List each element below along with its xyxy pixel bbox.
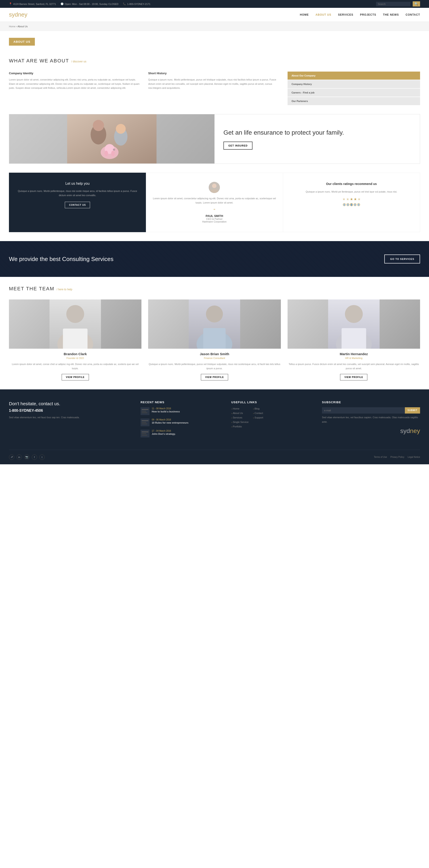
nav-services[interactable]: SERVICES [338,13,353,16]
legal-notice-link[interactable]: Legal Notice [407,456,420,458]
header: sydney HOME ABOUT US SERVICES PROJECTS T… [0,8,429,22]
team-member-1-role: Founder & CEO [9,357,141,360]
footer-link-blog[interactable]: Blog [255,407,259,410]
footer-link-home[interactable]: Home [233,407,239,410]
team-card-2: Jason Brian Smith Finance Consultant Qui… [148,300,280,380]
sidebar-link-careers[interactable]: Careers - Find a job [288,89,420,97]
news-item-2: 09 - 06 March 2016 10 Rules for new entr… [140,418,222,426]
svg-point-15 [66,305,84,323]
testimonial-col: Lorem ipsum dolor sit amet, consectetur … [146,173,283,232]
svg-point-8 [111,151,115,156]
nav-contact[interactable]: CONTACT [405,13,420,16]
breadcrumb: Home › About Us [0,22,429,31]
about-col2-heading: Short History [148,71,280,75]
team-card-1: Brandon Clark Founder & CEO Lorem ipsum … [9,300,141,380]
quote-mark: " [153,208,276,213]
sidebar-link-history[interactable]: Company History [288,80,420,88]
view-profile-button-1[interactable]: VIEW PROFILE [62,374,89,380]
address-text: 4124 Barnes Street, Sanford, FL 32771 [13,3,56,5]
section-title: WHAT ARE WE ABOUT [9,58,69,64]
terms-of-use-link[interactable]: Terms of Use [374,456,387,458]
footer-news-title: RECENT NEWS [140,401,222,404]
svg-rect-22 [203,328,226,349]
team-photo-3 [288,300,420,349]
consulting-banner: We provide the best Consulting Services … [0,241,429,277]
rating-person-5: 👤 [357,203,360,206]
svg-rect-31 [142,412,147,413]
breadcrumb-home[interactable]: Home [9,25,15,28]
news-date-2: 09 - 06 March 2016 [152,418,188,421]
footer-contact-title: Don't hesitate, contact us. [9,401,132,407]
footer-link-portfolio[interactable]: Portfolio [233,425,242,428]
address-item: 📍 4124 Barnes Street, Sanford, FL 32771 [9,2,56,5]
sidebar-link-parteners[interactable]: Our Parteners [288,97,420,105]
page-header: ABOUT US [0,31,429,49]
footer-link-about[interactable]: About Us [233,412,243,414]
about-col1-text: Lorem ipsum dolor sit amet, consectetur … [9,78,141,90]
about-col-identity: Company Identity Lorem ipsum dolor sit a… [9,71,141,105]
instagram-icon[interactable]: 📷 [24,455,30,460]
nav-about[interactable]: ABOUT US [316,13,331,16]
subscribe-email-input[interactable] [322,407,405,413]
pinterest-icon[interactable]: 𝒫 [9,455,14,460]
team-grid: Brandon Clark Founder & CEO Lorem ipsum … [9,300,420,380]
star-3: ★ [350,197,353,201]
facebook-icon[interactable]: f [32,455,37,460]
linkedin-icon[interactable]: in [16,455,22,460]
top-bar-right: 🔍 [376,1,420,6]
go-services-button[interactable]: GO TO SERVICES [384,254,420,264]
ratings-text: Quisque a ipsum nunc. Morbi pe llentesqu… [290,190,413,194]
search-input[interactable] [376,2,410,6]
footer-col-news: RECENT NEWS 11 - 08 March 2016 How to bu… [140,401,222,441]
three-col-section: Let us help you Quisque a ipsum nunc. Mo… [9,173,420,232]
footer-col-contact: Don't hesitate, contact us. 1-800-SYDNEY… [9,401,132,441]
news-title-1[interactable]: How to build a business [152,410,180,413]
view-profile-button-2[interactable]: VIEW PROFILE [201,374,228,380]
nav-news[interactable]: THE NEWS [383,13,399,16]
footer-link-services[interactable]: Services [233,416,242,419]
about-col-history: Short History Quisque a ipsum nunc. Morb… [148,71,280,105]
testimonial-avatar [209,182,220,193]
footer-link-support[interactable]: Support [255,416,263,419]
nav-home[interactable]: HOME [300,13,309,16]
phone-icon: 📞 [123,2,126,5]
news-info-2: 09 - 06 March 2016 10 Rules for new entr… [152,418,188,424]
subscribe-submit-button[interactable]: SUBMIT [405,407,420,413]
team-member-1-text: Lorem ipsum dolor sit amet, conse chet u… [9,362,141,370]
page-header-badge: ABOUT US [9,38,35,45]
contact-us-button[interactable]: CONTACT US [65,202,90,208]
twitter-icon[interactable]: t [39,455,45,460]
logo[interactable]: sydney [9,11,27,18]
footer-link-single-service[interactable]: Single Service [233,421,249,423]
footer-bottom-links: Terms of Use Privacy Policy Legal Notice [374,456,420,458]
footer-subscribe-text: Sed vitae elementum leo, vel faucibus sa… [322,415,420,424]
footer-link-contact[interactable]: Contact [255,412,263,414]
phone-item: 📞 1-800-SYDNEY-2171 [123,2,151,5]
news-thumb-1 [140,407,150,415]
team-member-3-role: HR & Marketing [288,357,420,360]
phone-text: 1-800-SYDNEY-2171 [127,3,151,5]
testimonial-text: Lorem ipsum dolor sit amet, consectetur … [153,196,276,205]
view-profile-button-3[interactable]: VIEW PROFILE [340,374,367,380]
rating-person-2: 👤 [346,203,350,206]
location-icon: 📍 [9,2,12,5]
svg-point-11 [212,184,217,188]
insurance-image [9,114,214,163]
rating-person-4: 👤 [354,203,357,206]
team-section: MEET THE TEAM / here to help [0,277,429,389]
nav-projects[interactable]: PROJECTS [360,13,376,16]
news-title-3[interactable]: John Doe's strategy. [152,433,176,435]
insurance-title: Get an life ensurance to protect your fa… [224,128,344,137]
search-button[interactable]: 🔍 [413,1,420,6]
footer-links-col2: Blog Contact Support [253,407,263,430]
privacy-policy-link[interactable]: Privacy Policy [390,456,404,458]
team-title: MEET THE TEAM [9,286,54,292]
team-member-2-role: Finance Consultant [148,357,280,360]
ratings-col: Our clients ratings recommend us Quisque… [283,173,420,232]
get-insured-button[interactable]: GET INSURED [224,142,253,150]
sidebar-link-about[interactable]: About Our Company [288,71,420,80]
news-title-2[interactable]: 10 Rules for new entrepreneurs [152,421,188,424]
about-section: WHAT ARE WE ABOUT / discover us Company … [0,49,429,114]
star-1: ★ [342,197,345,201]
footer-phone: 1-800-SYDNEY-4506 [9,409,132,413]
